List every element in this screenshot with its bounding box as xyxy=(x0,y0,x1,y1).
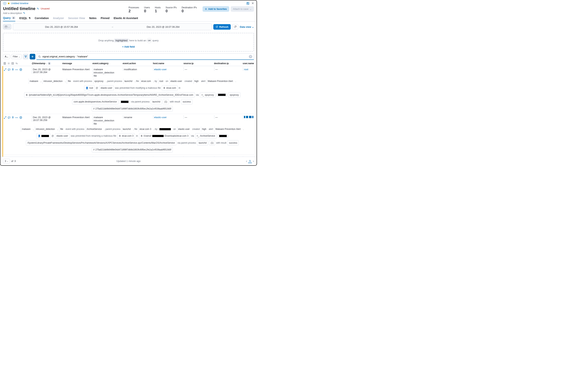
column-host-name[interactable]: host.name xyxy=(153,62,182,65)
gear-icon[interactable] xyxy=(7,62,10,65)
query-drop-zone[interactable]: Drop anything highlighted here to build … xyxy=(3,33,254,52)
date-from[interactable]: Dec 20, 2023 @ 15:57:39.264 xyxy=(13,25,110,28)
timeline-tab-title[interactable]: Untitled timeline xyxy=(11,2,28,5)
tab-analyzer: Analyzer xyxy=(53,17,64,21)
refresh-button[interactable]: Refresh xyxy=(213,24,231,30)
alert-filter-pill[interactable]: A... xyxy=(3,54,10,59)
date-range-picker[interactable]: Dec 20, 2023 @ 15:57:39.264 → Dec 20, 20… xyxy=(13,23,212,30)
next-page-icon[interactable]: › xyxy=(253,159,254,163)
page-size-selector[interactable]: 3 ⌄ xyxy=(3,159,10,163)
expand-icon[interactable] xyxy=(4,68,6,71)
comment-icon[interactable] xyxy=(8,68,10,71)
pin-icon[interactable] xyxy=(12,68,14,71)
cube-icon[interactable] xyxy=(20,116,22,119)
tab-ai-assistant[interactable]: Elastic AI Assistant xyxy=(114,17,138,21)
cell-host[interactable]: elastic-user xyxy=(153,116,183,119)
cell-user[interactable]: root xyxy=(243,68,254,71)
stat-value: 0 xyxy=(166,9,177,13)
redacted-user xyxy=(159,128,171,130)
edit-title-icon[interactable]: ✎ xyxy=(37,7,39,10)
file-icon: 🗎 xyxy=(119,134,121,138)
tab-notes[interactable]: Notes xyxy=(89,17,97,21)
cell-message: Malware Prevention Alert xyxy=(62,68,91,71)
data-view-selector[interactable]: Data view ⌄ xyxy=(240,25,254,28)
expand-icon[interactable] xyxy=(4,116,6,119)
tab-correlation[interactable]: Correlation xyxy=(35,17,49,21)
calendar-button[interactable]: ⌄ xyxy=(3,24,11,29)
more-icon[interactable]: ••• xyxy=(15,69,18,71)
edit-description-icon[interactable]: ✎ xyxy=(23,12,25,15)
add-field-link[interactable]: + Add field xyxy=(3,45,253,48)
sort-icon[interactable] xyxy=(15,62,18,65)
stat-label: Processes xyxy=(128,6,139,9)
column-event-category[interactable]: event.category xyxy=(93,62,122,65)
redacted-value xyxy=(121,101,128,103)
unsaved-badge: Unsaved xyxy=(41,7,49,10)
popout-icon[interactable] xyxy=(232,24,238,29)
column-destination-ip[interactable]: destination.ip xyxy=(214,62,242,65)
stat-value: 2 xyxy=(128,9,139,13)
tab-query[interactable]: Query3 xyxy=(3,17,15,21)
arrow-right-icon: → xyxy=(110,25,115,28)
cube-icon[interactable] xyxy=(20,68,22,71)
filter-button[interactable]: Filter ⌄ xyxy=(11,54,22,59)
user-icon: 👤 xyxy=(38,134,41,138)
add-to-favorites-button[interactable]: ☆ Add to favorites xyxy=(203,6,229,12)
cell-action: modification xyxy=(123,68,152,71)
row-detail: malware, intrusion_detection, file event… xyxy=(3,125,254,153)
kql-search-input[interactable]: ✕ xyxy=(37,53,254,60)
user-icon: 👤 xyxy=(85,86,88,90)
chevron-down-icon: ⌄ xyxy=(7,160,8,162)
filter-funnel-icon[interactable] xyxy=(23,54,28,59)
kql-input-field[interactable] xyxy=(42,55,247,58)
clear-search-icon[interactable]: ✕ xyxy=(249,55,252,58)
date-to[interactable]: Dec 20, 2023 @ 16:07:39.264 xyxy=(115,25,212,28)
columns-icon[interactable] xyxy=(3,62,6,65)
cell-host[interactable]: elastic-user xyxy=(153,68,183,71)
terminal-icon: >_ xyxy=(197,134,199,138)
comment-icon[interactable] xyxy=(8,116,10,119)
tab-session-view: Session View xyxy=(68,17,85,21)
close-icon[interactable]: ✕ xyxy=(252,1,254,5)
button-label: Add to favorites xyxy=(208,8,227,10)
svg-point-16 xyxy=(8,63,9,64)
add-filter-plus-icon[interactable] xyxy=(30,54,35,59)
cell-category: malwareintrusion_detectionfile xyxy=(93,116,122,125)
cell-source-ip: — xyxy=(184,68,213,71)
flask-icon: ⚗ xyxy=(28,17,31,19)
page-number[interactable]: 1 xyxy=(248,159,252,163)
stat-label: Hosts xyxy=(155,6,161,9)
tab-pinned[interactable]: Pinned xyxy=(101,17,110,21)
pin-icon[interactable] xyxy=(12,116,14,119)
updated-text: Updated 1 minute ago xyxy=(116,160,141,162)
cell-timestamp: Dec 20, 2023 @ 16:07:39.259 xyxy=(32,116,61,121)
svg-line-2 xyxy=(248,4,249,4)
terminal-icon: >_ xyxy=(201,93,204,97)
new-timeline-plus-icon[interactable]: + xyxy=(3,2,6,5)
cell-category: malwareintrusion_detectionfile xyxy=(93,68,122,77)
fullscreen-icon[interactable] xyxy=(11,62,14,65)
redacted-pid xyxy=(218,94,226,96)
stat-label: Source IPs xyxy=(166,6,177,9)
cell-dest-ip: — xyxy=(214,116,242,119)
redacted-user xyxy=(41,135,49,137)
column-user-name[interactable]: user.name xyxy=(243,62,254,65)
file-icon: 🗎 xyxy=(141,134,143,138)
column-source-ip[interactable]: source.ip xyxy=(184,62,213,65)
column-timestamp[interactable]: @timestamp ↓ 1 xyxy=(32,62,61,65)
prev-page-icon[interactable]: ‹ xyxy=(246,159,247,163)
row-detail: malware, intrusion_detection, file event… xyxy=(3,77,254,112)
dropzone-highlight: highlighted xyxy=(114,39,128,42)
fullscreen-query-icon[interactable] xyxy=(246,2,250,5)
column-message[interactable]: message xyxy=(62,62,91,65)
more-icon[interactable]: ••• xyxy=(15,116,18,119)
description-prompt[interactable]: Add a description xyxy=(3,12,22,15)
tab-esql[interactable]: ES|QL⚗ xyxy=(20,17,31,21)
footer-total: 3 xyxy=(14,160,16,162)
cell-user xyxy=(243,116,254,119)
page-title: Untitled timeline xyxy=(3,6,35,11)
svg-rect-18 xyxy=(12,63,13,64)
column-event-action[interactable]: event.action xyxy=(123,62,152,65)
attach-to-case-button[interactable]: Attach to case ⌄ xyxy=(231,6,254,12)
stat-value: 0 xyxy=(144,9,150,13)
